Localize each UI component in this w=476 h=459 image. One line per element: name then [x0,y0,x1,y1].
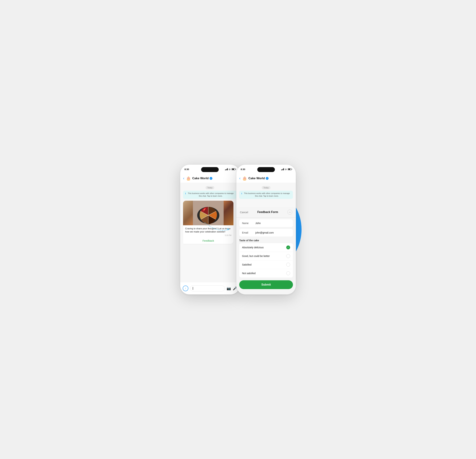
name-value: John [255,222,261,225]
wifi-icon-right: ⊜ [285,168,287,171]
business-icon-left: 🎂 [186,176,191,181]
radio-checked-1: ✓ [286,246,290,249]
status-icons-left: ⊜ [225,168,236,171]
input-bar-left: ↑ 📷 🎤 [180,282,240,294]
radio-label-4: Not satisfied [242,272,255,275]
phone-right: 8:30 ⊜ ‹ 🎂 Cake [236,165,296,294]
radio-option-1[interactable]: Absolutely delicious ✓ [239,243,293,252]
feedback-form-overlay: Cancel Feedback Form ··· Name John Email… [236,207,296,294]
email-value: john@gmail.com [255,231,274,234]
form-header: Cancel Feedback Form ··· [236,207,296,218]
back-button-right[interactable]: ‹ [239,176,240,181]
cake-image [183,201,233,225]
chat-header-right: ‹ 🎂 Cake World ✓ [236,174,296,183]
cancel-button[interactable]: Cancel [240,211,248,214]
info-banner-left[interactable]: ℹ This business works with other compani… [183,191,237,199]
radio-label-1: Absolutely delicious [242,246,264,249]
radio-option-3[interactable]: Satisfied [239,260,293,269]
verified-badge-right: ✓ [266,177,269,180]
name-field[interactable]: Name John [239,219,293,227]
camera-icon[interactable]: 📷 [227,286,231,291]
phone-left: 8:30 ⊜ ‹ 🎂 Cake [180,165,240,294]
chat-header-left: ‹ 🎂 Cake World ✓ [180,174,240,183]
dynamic-island-left [201,167,219,172]
radio-options-group: Absolutely delicious ✓ Good, but could b… [239,243,293,277]
email-label: Email [242,231,253,234]
info-icon-left: ℹ [185,192,186,195]
submit-button[interactable]: Submit [239,280,293,289]
scene: 8:30 ⊜ ‹ 🎂 Cake [150,143,326,316]
verified-badge-left: ✓ [210,177,212,180]
chat-title-left: Cake World [192,177,209,180]
status-time-left: 8:30 [185,168,189,171]
battery-icon-left [231,168,235,170]
more-options-button[interactable]: ··· [287,210,292,215]
battery-icon-right [288,168,291,170]
radio-unchecked-2 [286,254,290,258]
send-button[interactable]: ↑ [183,286,188,291]
info-icon-right: ℹ [241,192,242,195]
text-cursor [193,287,193,290]
svg-point-4 [202,211,204,212]
phones-container: 8:30 ⊜ ‹ 🎂 Cake [180,165,296,294]
chat-title-right: Cake World [248,177,265,180]
dynamic-island-right [257,167,275,172]
radio-label-2: Good, but could be better [242,255,270,257]
taste-section-label: Taste of the cake [239,239,293,242]
bubble-time-left: 5:20 PM [183,234,233,238]
radio-option-2[interactable]: Good, but could be better [239,252,293,260]
status-icons-right: ⊜ [281,168,292,171]
wifi-icon-left: ⊜ [229,168,231,171]
ellipsis-icon: ··· [289,211,291,213]
radio-label-3: Satisfied [242,263,252,266]
date-chip-right: Today [236,186,296,189]
status-time-right: 8:30 [241,168,245,171]
info-banner-right: ℹ This business works with other compani… [239,191,293,199]
svg-point-5 [204,209,205,210]
radio-unchecked-4 [286,271,290,275]
name-label: Name [242,222,253,225]
form-title: Feedback Form [257,211,278,214]
radio-option-4[interactable]: Not satisfied [239,269,293,277]
signal-icon-left [225,168,228,170]
message-bubble-left: Craving to share your thoughts? Let us k… [183,201,233,244]
signal-icon-right [281,168,284,170]
back-button-left[interactable]: ‹ [183,176,184,181]
chat-content-left: Today ℹ This business works with other c… [180,183,240,282]
date-chip-left: Today [180,186,240,189]
bubble-text-left: Craving to share your thoughts? Let us k… [183,225,233,234]
feedback-button[interactable]: Feedback [183,238,233,244]
message-input[interactable] [190,285,225,291]
business-icon-right: 🎂 [242,176,247,181]
email-field[interactable]: Email john@gmail.com [239,229,293,237]
radio-unchecked-3 [286,263,290,267]
